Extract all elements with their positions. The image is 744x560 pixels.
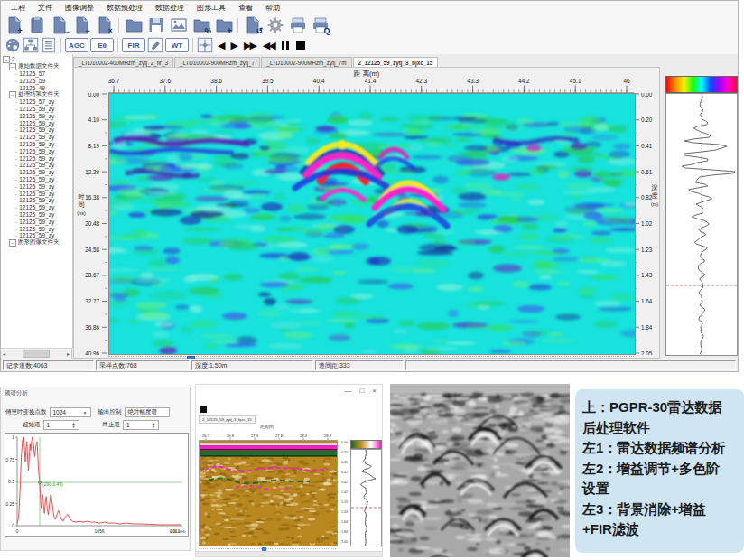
tree-item-13[interactable]: -12125_59_zy <box>1 147 72 154</box>
tree-item-10[interactable]: -12125_59_zy <box>1 126 72 134</box>
toolbar-processing: AGCEθFIRWT◀▶▶▶◀◀ <box>1 36 738 55</box>
add-folder-icon[interactable]: + <box>212 14 235 35</box>
tree-item-9[interactable]: -12125_59_zy <box>1 119 72 126</box>
menu-item-6[interactable]: 查看 <box>232 3 259 13</box>
tree-item-20[interactable]: -12125_59_zy <box>1 197 72 204</box>
output-control-select[interactable]: 绝对幅度谱 <box>125 407 170 417</box>
minimize-button[interactable]: — <box>344 387 351 395</box>
svg-text:42.3: 42.3 <box>415 78 427 84</box>
trace-layout-icon[interactable] <box>22 37 40 53</box>
maximize-button[interactable]: □ <box>359 387 364 395</box>
menu-item-5[interactable]: 图形工具 <box>191 3 232 13</box>
data-list-icon[interactable] <box>40 37 58 53</box>
tree-item-19[interactable]: -12125_59_zy <box>1 190 72 197</box>
save-icon[interactable] <box>144 14 167 35</box>
end-trace-label: 终止道 <box>103 421 121 429</box>
import-icon[interactable]: → <box>48 14 70 35</box>
open-folder-icon[interactable] <box>122 14 144 35</box>
start-trace-label: 起始道 <box>23 421 41 429</box>
menu-item-0[interactable]: 工程 <box>5 3 32 13</box>
tree-item-8[interactable]: -12125_59_zy <box>1 112 72 119</box>
export-folder-icon[interactable]: % <box>190 14 212 35</box>
tree-item-21[interactable]: -12125_59_zy <box>1 204 72 211</box>
save-image-icon[interactable] <box>167 14 190 35</box>
tab-2[interactable]: _LTD10002-900MHzm_zytj_7m <box>261 57 351 67</box>
center-align-icon[interactable] <box>196 37 214 53</box>
svg-text:→: → <box>62 26 70 35</box>
play-back-button[interactable]: ◀ <box>218 40 223 51</box>
spinner-icon[interactable]: ▲▼ <box>149 422 155 429</box>
play-forward-button[interactable]: ▶ <box>230 40 236 51</box>
tree-item-12[interactable]: -12125_59_zy <box>1 141 72 148</box>
refresh-data-icon[interactable]: ↺ <box>241 14 264 35</box>
fir-filter-button[interactable]: FIR <box>122 38 145 52</box>
menu-item-4[interactable]: 数据处理 <box>149 3 191 13</box>
menu-item-1[interactable]: 文件 <box>32 3 59 13</box>
tree-item-24[interactable]: -12125_59_zy <box>1 225 72 232</box>
menu-item-2[interactable]: 图像调整 <box>59 3 100 13</box>
scroll-left-icon[interactable]: ◂ <box>3 350 5 357</box>
edit-brush-icon[interactable] <box>146 37 164 53</box>
settings-gear-icon[interactable] <box>264 14 286 35</box>
menu-item-3[interactable]: 数据预处理 <box>100 3 149 13</box>
tree-item-14[interactable]: -12125_59_zy <box>1 154 72 162</box>
tree-item-2[interactable]: -12125_57 <box>1 70 72 78</box>
spinner-icon[interactable]: ▲▼ <box>70 422 76 429</box>
svg-text:%: % <box>204 26 211 35</box>
tree-item-22[interactable]: -12125_59_zy <box>1 211 72 219</box>
tree-item-15[interactable]: -12125_59_zy <box>1 162 72 169</box>
tree-item-23[interactable]: -12125_59_zy <box>1 218 72 225</box>
fast-forward-button[interactable]: ▶▶ <box>244 40 256 51</box>
expander-icon[interactable]: − <box>9 239 16 247</box>
wavelet-transform-button[interactable]: WT <box>165 38 189 52</box>
print-icon[interactable] <box>286 14 309 35</box>
print-preview-icon[interactable]: Q <box>309 14 331 35</box>
tab-1[interactable]: _LTD10002-900MHzm_zytj_7 <box>174 57 260 67</box>
close-button[interactable]: × <box>372 387 377 395</box>
file-tree[interactable]: −2−原始数据文件夹-12125_57-12125_59-12125_49−处理… <box>1 54 73 348</box>
equalizer-button[interactable]: Eθ <box>90 38 114 52</box>
paste-icon[interactable] <box>25 14 48 35</box>
close-file-icon[interactable]: − <box>70 14 93 35</box>
tree-item-17[interactable]: -12125_59_zy <box>1 176 72 183</box>
svg-text:40.4: 40.4 <box>313 78 325 84</box>
expander-icon[interactable]: − <box>9 91 16 98</box>
mini-radar-canvas[interactable] <box>199 440 338 546</box>
svg-text:1.23: 1.23 <box>341 500 348 504</box>
agc-gain-button[interactable]: AGC <box>65 38 88 52</box>
rewind-button[interactable]: ◀◀ <box>263 40 274 51</box>
new-file-icon[interactable]: + <box>3 14 25 35</box>
stop-button[interactable] <box>296 41 305 50</box>
tree-item-3[interactable]: -12125_59 <box>1 77 72 84</box>
delete-file-icon[interactable]: × <box>93 14 116 35</box>
tree-item-18[interactable]: -12125_59_zy <box>1 182 72 190</box>
tree-item-26[interactable]: −图形图像文件夹 <box>1 239 72 247</box>
tree-item-11[interactable]: -12125_59_zy <box>1 134 72 141</box>
tab-0[interactable]: _LTD10002-400MHzm_zytj_2_fir_3 <box>73 57 173 67</box>
tree-item-16[interactable]: -12125_59_zy <box>1 169 72 176</box>
tree-leaf-dash: - <box>15 219 17 225</box>
svg-text:0.20: 0.20 <box>641 117 653 123</box>
expander-icon[interactable]: − <box>9 63 16 70</box>
stop-icon[interactable] <box>200 406 207 413</box>
tree-leaf-dash: - <box>15 134 17 140</box>
tree-item-5[interactable]: −处理结果文件夹 <box>1 91 72 98</box>
pause-button[interactable] <box>282 41 289 50</box>
start-trace-input[interactable]: 1▲▼ <box>43 420 79 430</box>
tab-3[interactable]: 2_12125_59_zytj_3_bjxc_15 <box>353 57 439 67</box>
tree-item-1[interactable]: −原始数据文件夹 <box>1 63 72 70</box>
scroll-thumb[interactable] <box>23 350 50 358</box>
end-trace-input[interactable]: 1▲▼ <box>123 420 159 430</box>
spectrum-chart: 10.750.50.250010562112频率 MHz(290,0.49) <box>5 433 189 537</box>
tree-item-7[interactable]: -12125_59_zy <box>1 106 72 113</box>
palette-icon[interactable] <box>4 37 22 53</box>
expander-icon[interactable]: − <box>3 56 10 63</box>
radar-bscan-canvas[interactable] <box>108 93 636 355</box>
tree-item-6[interactable]: -12125_57_zy <box>1 98 72 106</box>
menu-item-7[interactable]: 帮助 <box>259 3 286 13</box>
scroll-right-icon[interactable]: ▸ <box>67 350 70 357</box>
mini-tab[interactable]: 2_12125_59_zytj_3_bjxc_15 <box>199 415 256 424</box>
tree-horizontal-scrollbar[interactable]: ◂ ▸ <box>1 348 72 359</box>
fft-points-select[interactable]: 1024▼ <box>50 407 91 417</box>
svg-text:1.84: 1.84 <box>641 324 653 331</box>
